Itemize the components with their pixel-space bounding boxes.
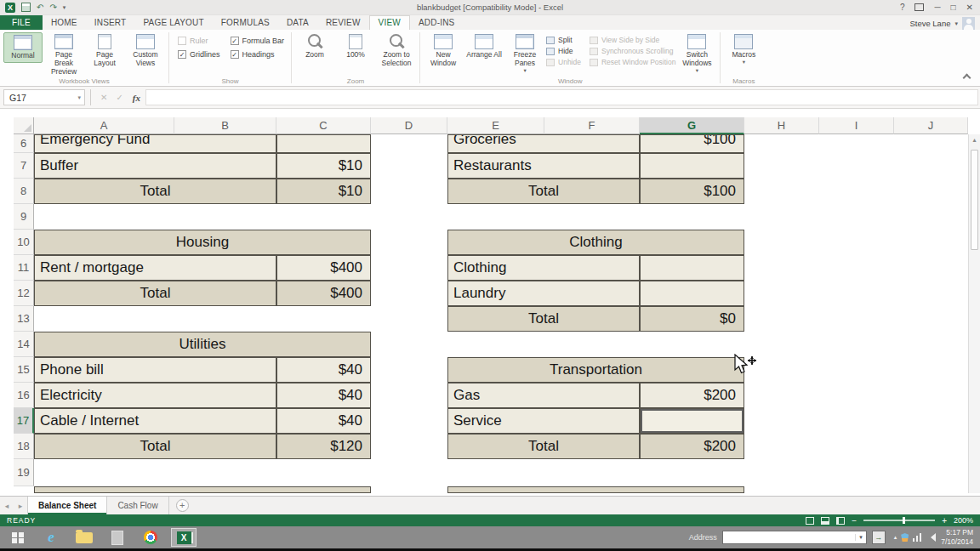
cell-A7[interactable]: Buffer <box>34 153 276 179</box>
cell-C12[interactable]: $400 <box>276 281 371 306</box>
page-layout-shortcut-icon[interactable] <box>821 517 829 525</box>
zoom-slider[interactable] <box>863 520 935 521</box>
cell-E15-transportation-header[interactable]: Transportation <box>447 357 744 383</box>
sheet-tab-prev-icon[interactable]: ◂ <box>0 497 14 514</box>
column-header-H[interactable]: H <box>744 117 819 134</box>
custom-views-button[interactable]: Custom Views <box>126 32 165 70</box>
zoom-to-selection-button[interactable]: Zoom to Selection <box>377 32 416 70</box>
cell-G13[interactable]: $0 <box>640 306 744 332</box>
zoom-button[interactable]: Zoom <box>295 32 334 61</box>
cell-A6[interactable]: Emergency Fund <box>34 134 276 153</box>
ribbon-display-options-icon[interactable] <box>914 3 924 11</box>
tab-data[interactable]: DATA <box>278 16 317 30</box>
restore-icon[interactable]: □ <box>951 3 956 12</box>
tab-file[interactable]: FILE <box>0 15 43 30</box>
cell-A12[interactable]: Total <box>34 281 276 306</box>
tab-view[interactable]: VIEW <box>369 15 410 30</box>
start-button[interactable] <box>5 528 31 547</box>
zoom-out-icon[interactable]: − <box>852 516 857 525</box>
cell-A17[interactable]: Cable / Internet <box>34 408 276 434</box>
column-header-E[interactable]: E <box>447 117 544 134</box>
macros-button[interactable]: Macros ▾ <box>724 32 763 65</box>
cell-C18[interactable]: $120 <box>276 434 371 459</box>
tab-add-ins[interactable]: ADD-INS <box>410 16 464 30</box>
arrange-all-button[interactable]: Arrange All <box>464 32 504 61</box>
row-header-19[interactable]: 19 <box>14 459 34 486</box>
cell-C8[interactable]: $10 <box>276 179 371 204</box>
row-header-14[interactable]: 14 <box>14 332 34 357</box>
minimize-icon[interactable]: ─ <box>934 3 940 12</box>
redo-icon[interactable]: ↷ <box>49 3 56 13</box>
name-box[interactable]: G17 ▾ <box>3 89 85 105</box>
tab-insert[interactable]: INSERT <box>86 16 135 30</box>
page-layout-button[interactable]: Page Layout <box>85 32 124 70</box>
taskbar-clock[interactable]: 5:17 PM 7/10/2014 <box>941 528 977 546</box>
row-header-13[interactable]: 13 <box>14 306 34 332</box>
zoom-level[interactable]: 200% <box>954 516 973 525</box>
scrollbar-thumb[interactable] <box>971 150 978 250</box>
normal-view-shortcut-icon[interactable] <box>806 517 814 525</box>
cell-G16[interactable]: $200 <box>640 383 744 408</box>
save-icon[interactable] <box>21 3 31 12</box>
row-header-17[interactable]: 17 <box>14 408 34 434</box>
row-header-11[interactable]: 11 <box>14 255 34 281</box>
file-explorer-button[interactable] <box>71 528 97 547</box>
cell-E13[interactable]: Total <box>447 306 640 332</box>
formula-input[interactable] <box>145 89 978 105</box>
column-header-B[interactable]: B <box>174 117 276 134</box>
address-input[interactable]: ▾ <box>722 531 867 544</box>
gridlines-checkbox[interactable]: ✓ Gridlines <box>178 50 220 59</box>
cell-A8[interactable]: Total <box>34 179 276 204</box>
cell-A14-utilities-header[interactable]: Utilities <box>34 332 371 357</box>
chevron-down-icon[interactable]: ▾ <box>855 534 866 541</box>
split-button[interactable]: Split <box>546 36 581 44</box>
switch-windows-button[interactable]: Switch Windows ▾ <box>677 32 716 74</box>
account-menu[interactable]: Steve Lane ▾ <box>909 17 980 30</box>
row-header-15[interactable]: 15 <box>14 357 34 383</box>
zoom-in-icon[interactable]: + <box>942 516 947 525</box>
chevron-down-icon[interactable]: ▾ <box>77 94 84 101</box>
row-header-12[interactable]: 12 <box>14 281 34 306</box>
headings-checkbox[interactable]: ✓ Headings <box>231 50 285 59</box>
cell-C6[interactable] <box>276 134 371 153</box>
cell-G18[interactable]: $200 <box>640 434 744 459</box>
row-header-8[interactable]: 8 <box>14 179 34 204</box>
tab-review[interactable]: REVIEW <box>317 16 369 30</box>
tray-show-hidden-icon[interactable]: ▴ <box>894 534 897 541</box>
tray-shield-icon[interactable] <box>901 533 909 542</box>
sheet-tab-balance-sheet[interactable]: Balance Sheet <box>27 497 107 514</box>
normal-view-button[interactable]: Normal <box>3 32 43 63</box>
scroll-up-icon[interactable]: ▴ <box>969 134 980 146</box>
cell-row20-left-partial[interactable] <box>34 486 371 493</box>
cell-E8[interactable]: Total <box>447 179 640 204</box>
cell-C11[interactable]: $400 <box>276 255 371 281</box>
vertical-scrollbar[interactable]: ▴ <box>968 134 980 493</box>
cell-E11[interactable]: Clothing <box>447 255 640 281</box>
row-header-10[interactable]: 10 <box>14 230 34 255</box>
cell-G7[interactable] <box>640 153 744 179</box>
sheet-tab-cash-flow[interactable]: Cash Flow <box>107 497 168 514</box>
row-header-16[interactable]: 16 <box>14 383 34 408</box>
cell-A10-housing-header[interactable]: Housing <box>34 230 371 255</box>
app-button[interactable] <box>105 528 130 547</box>
chrome-button[interactable] <box>138 528 163 547</box>
cell-A11[interactable]: Rent / mortgage <box>34 255 276 281</box>
cell-A15[interactable]: Phone bill <box>34 357 276 383</box>
insert-function-icon[interactable]: fx <box>133 93 140 103</box>
cell-G12[interactable] <box>640 281 744 306</box>
cell-G8[interactable]: $100 <box>640 179 744 204</box>
cell-E6[interactable]: Groceries <box>447 134 640 153</box>
cell-C16[interactable]: $40 <box>276 383 371 408</box>
qat-customize-icon[interactable]: ▾ <box>63 4 66 11</box>
internet-explorer-button[interactable]: e <box>38 528 64 547</box>
page-break-shortcut-icon[interactable] <box>836 517 845 525</box>
cell-E12[interactable]: Laundry <box>447 281 640 306</box>
cell-E16[interactable]: Gas <box>447 383 640 408</box>
column-header-C[interactable]: C <box>276 117 371 134</box>
hide-button[interactable]: Hide <box>546 47 581 55</box>
cell-G17-active[interactable] <box>640 408 744 434</box>
address-go-icon[interactable]: → <box>872 531 886 544</box>
cell-row20-right-partial[interactable] <box>447 486 744 493</box>
cell-C15[interactable]: $40 <box>276 357 371 383</box>
new-sheet-button[interactable]: + <box>176 499 189 512</box>
